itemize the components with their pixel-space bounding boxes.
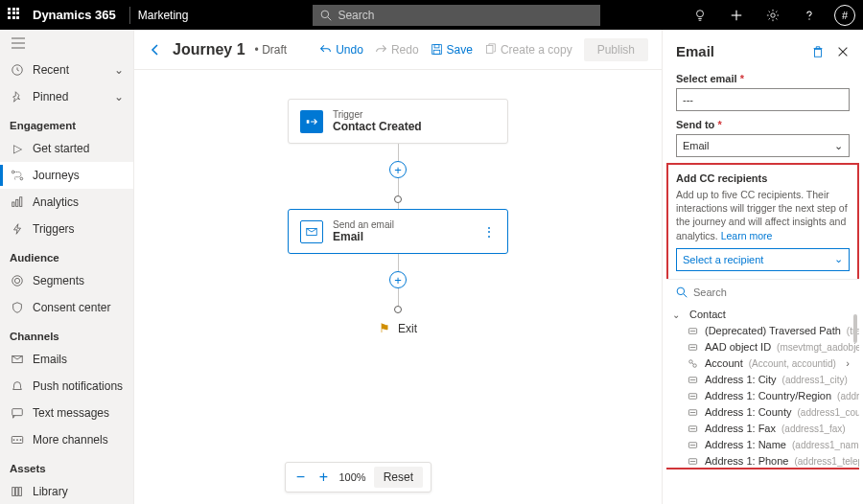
nav-header-assets: Assets (0, 453, 133, 478)
select-email-input[interactable]: --- (676, 88, 850, 111)
copy-button[interactable]: Create a copy (484, 43, 572, 57)
back-button[interactable] (148, 42, 163, 57)
nav-triggers[interactable]: Triggers (0, 216, 133, 242)
svg-rect-33 (433, 50, 440, 54)
nav-segments[interactable]: Segments (0, 267, 133, 294)
app-name: Marketing (138, 9, 189, 22)
scrollbar[interactable] (853, 314, 857, 343)
trigger-sub: Trigger (333, 109, 422, 120)
library-icon (10, 484, 25, 499)
gear-icon[interactable] (761, 4, 784, 27)
hamburger-icon[interactable] (0, 30, 133, 57)
svg-point-14 (20, 177, 23, 180)
left-nav: Recent⌄ Pinned⌄ Engagement ▷Get started … (0, 30, 134, 504)
tree-row[interactable]: Address 1: City (address1_city) (666, 372, 859, 388)
close-icon[interactable] (836, 45, 850, 58)
email-node[interactable]: Send an emailEmail ⋮ (288, 209, 508, 254)
journey-canvas[interactable]: TriggerContact Created + Send an emailEm… (134, 70, 662, 504)
chevron-right-icon: › (846, 357, 850, 369)
nav-get-started[interactable]: ▷Get started (0, 135, 133, 162)
chevron-down-icon: ⌄ (834, 253, 843, 265)
learn-more-link[interactable]: Learn more (721, 230, 773, 241)
svg-point-23 (16, 439, 18, 441)
nav-text[interactable]: Text messages (0, 400, 133, 426)
svg-rect-26 (12, 488, 15, 496)
dropdown-search-input[interactable] (693, 286, 850, 298)
svg-rect-17 (20, 197, 22, 207)
nav-header-channels: Channels (0, 321, 133, 346)
tree-header-contact[interactable]: ⌄Contact (666, 307, 859, 323)
target-icon (10, 273, 25, 288)
tree-row[interactable]: Address 1: Fax (address1_fax) (666, 421, 859, 437)
tree-row[interactable]: Address 1: Phone (address1_telephone1) (666, 453, 859, 468)
tree-row[interactable]: (Deprecated) Traversed Path (traversedpa… (666, 323, 859, 339)
attribute-tree: ⌄Contact (Deprecated) Traversed Path (tr… (666, 305, 859, 468)
email-sub: Send an email (333, 219, 394, 230)
avatar[interactable]: # (834, 5, 855, 26)
tree-row[interactable]: Address 1: County (address1_county) (666, 404, 859, 421)
add-step-button[interactable]: + (389, 161, 407, 178)
recipient-select[interactable]: Select a recipient⌄ (676, 248, 850, 271)
nav-emails[interactable]: Emails (0, 346, 133, 373)
delete-icon[interactable] (811, 45, 825, 58)
node-more-icon[interactable]: ⋮ (482, 224, 496, 240)
bell-icon (10, 378, 25, 394)
lightbulb-icon[interactable] (688, 4, 711, 27)
field-icon (688, 407, 699, 418)
zoom-value: 100% (339, 471, 366, 483)
cc-label: Add CC recipients (676, 172, 850, 184)
svg-line-52 (692, 363, 693, 364)
svg-rect-28 (19, 488, 22, 496)
cc-description: Add up to five CC recipients. Their inte… (676, 188, 850, 242)
status-badge: • Draft (255, 43, 288, 57)
field-icon (688, 375, 699, 385)
nav-recent[interactable]: Recent⌄ (0, 57, 133, 83)
tree-row[interactable]: Account (Account, accountid)› (666, 355, 859, 372)
nav-library[interactable]: Library (0, 478, 133, 504)
zoom-in-button[interactable]: + (316, 469, 332, 486)
nav-journeys[interactable]: Journeys (0, 162, 133, 189)
nav-push[interactable]: Push notifications (0, 373, 133, 400)
field-icon (688, 326, 699, 336)
connector-dot-2 (394, 306, 402, 313)
chart-icon (10, 195, 25, 210)
nav-analytics[interactable]: Analytics (0, 189, 133, 216)
tree-row[interactable]: Address 1: Name (address1_name) (666, 437, 859, 453)
send-to-select[interactable]: Email⌄ (676, 134, 850, 157)
svg-point-8 (808, 18, 809, 19)
svg-point-51 (693, 364, 696, 367)
search-icon (320, 10, 332, 21)
tree-row[interactable]: Address 1: Country/Region (address1_cou.… (666, 388, 859, 404)
app-launcher-icon[interactable] (8, 8, 23, 23)
publish-button[interactable]: Publish (584, 38, 648, 61)
global-search[interactable]: Search (313, 5, 600, 26)
redo-button[interactable]: Redo (375, 43, 419, 57)
svg-point-24 (20, 439, 22, 441)
nav-pinned[interactable]: Pinned⌄ (0, 83, 133, 110)
save-button[interactable]: Save (431, 43, 473, 57)
tree-row[interactable]: AAD object ID (msevtmgt_aadobjectid) (666, 339, 859, 355)
plus-icon[interactable] (725, 4, 748, 27)
connector-dot (394, 195, 402, 203)
topbar: Dynamics 365 Marketing Search # (0, 0, 863, 30)
trigger-label: Contact Created (333, 120, 422, 133)
zoom-reset-button[interactable]: Reset (374, 467, 423, 488)
dropdown-search[interactable] (666, 280, 859, 305)
zoom-control: − + 100% Reset (285, 462, 432, 493)
trigger-node[interactable]: TriggerContact Created (288, 99, 508, 144)
chevron-down-icon: ⌄ (114, 63, 124, 77)
svg-point-50 (689, 359, 692, 362)
zoom-out-button[interactable]: − (293, 469, 309, 486)
search-placeholder: Search (338, 9, 374, 22)
nav-more-channels[interactable]: More channels (0, 426, 133, 453)
add-step-button-2[interactable]: + (389, 271, 407, 288)
flag-icon: ⚑ (379, 321, 390, 335)
properties-panel: Email Select email --- Send to Email⌄ Ad… (662, 30, 863, 504)
undo-button[interactable]: Undo (319, 43, 363, 57)
help-icon[interactable] (798, 4, 821, 27)
svg-point-22 (13, 439, 15, 441)
field-icon (688, 391, 699, 401)
nav-consent[interactable]: Consent center (0, 294, 133, 321)
chevron-down-icon: ⌄ (672, 309, 684, 320)
svg-point-19 (14, 278, 19, 283)
